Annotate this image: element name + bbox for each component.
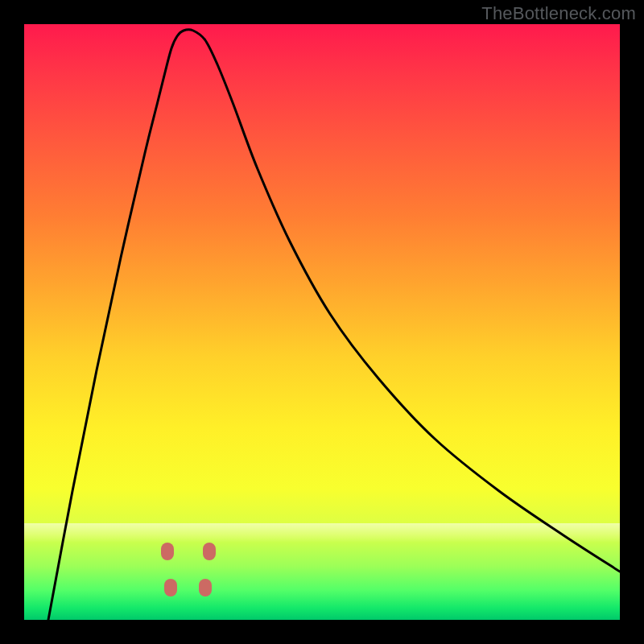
curve-layer <box>24 24 620 620</box>
data-marker <box>203 543 216 560</box>
marker-group <box>161 543 216 597</box>
chart-frame: TheBottleneck.com <box>0 0 644 644</box>
bottleneck-curve <box>48 30 620 620</box>
data-marker <box>161 543 174 560</box>
data-marker <box>199 579 212 597</box>
data-marker <box>164 579 177 597</box>
attribution-label: TheBottleneck.com <box>481 3 636 24</box>
